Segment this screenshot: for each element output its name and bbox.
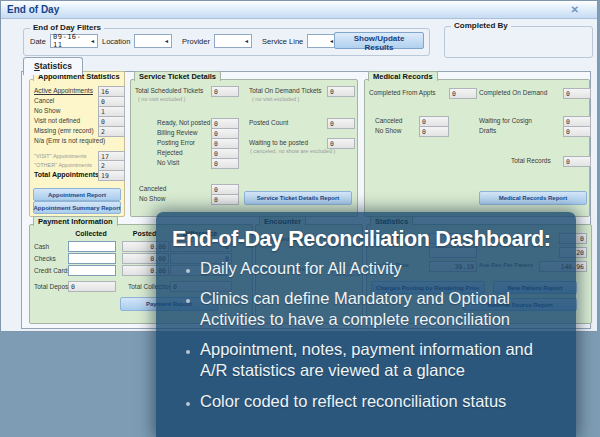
credit-cards-collected-input[interactable] [68,265,116,276]
active-appointments-link[interactable]: Active Appointments [34,87,93,94]
window-title: End of Day [7,4,59,15]
medical-records-title: Medical Records [368,71,438,81]
completed-on-demand-label: Completed On Demand [479,89,547,96]
appointment-summary-report-button[interactable]: Appointment Summary Report [33,201,121,214]
overlay-title: End-of-Day Reconciliation Dashboard: [172,227,568,252]
total-appointments-value: 19 [98,170,125,181]
appointment-report-button[interactable]: Appointment Report [33,188,121,201]
posted-count-label: Posted Count [249,119,288,126]
dropdown-arrow-icon[interactable]: ◄ [90,39,95,44]
credit-cards-label: Credit Cards [34,267,70,274]
rejected-label: Rejected [157,149,183,156]
service-ticket-details-panel: Service Ticket Details Total Scheduled T… [130,79,358,217]
completed-by-legend: Completed By [451,21,511,30]
medical-records-report-button[interactable]: Medical Records Report [479,191,587,205]
checks-label: Checks [34,255,56,262]
service-ticket-details-report-button[interactable]: Service Ticket Details Report [244,191,352,205]
posted-count-value: 0 [327,118,355,129]
screenshot-stage: End of Day ✕ End of Day Filters Date 09-… [0,0,600,437]
ondemand-note: ( no visit excluded ) [252,96,299,102]
window-titlebar: End of Day ✕ [1,1,597,19]
posting-error-label: Posting Error [157,139,195,146]
cash-collected-input[interactable] [68,241,116,252]
total-on-demand-tickets-value: 0 [327,86,355,97]
mr-no-show-label: No Show [375,127,401,134]
total-records-label: Total Records [511,157,551,164]
total-deposit-label: Total Deposit [34,283,72,290]
mr-no-show-value: 0 [419,126,449,137]
no-show-label: No Show [34,107,60,114]
missing-emr-value: 2 [98,126,125,137]
ready-not-posted-label: Ready, Not posted [157,119,210,126]
missing-emr-label: Missing (emr record) [34,127,94,134]
date-combo[interactable]: 09-16-11 ◄ [50,34,98,48]
appointment-statistics-panel: Appointment Statistics Active Appointmen… [29,79,125,217]
location-combo[interactable]: ◄ [134,34,172,48]
scheduled-note: ( no visit excluded ) [138,96,185,102]
billing-review-label: Billing Review [157,129,197,136]
overlay-bullet-list: Daily Account for All Activity Clinics c… [156,258,576,412]
payment-information-title: Payment Information [33,216,118,226]
drafts-value: 0 [563,126,591,137]
completed-by-group: Completed By [444,26,593,58]
service-ticket-details-title: Service Ticket Details [134,71,221,81]
tab-statistics[interactable]: Statistics [23,57,83,75]
overlay-bullet-2: Clinics can define Mandatory and Optiona… [200,288,550,330]
marketing-overlay: End-of-Day Reconciliation Dashboard: Dai… [156,212,576,437]
drafts-label: Drafts [479,127,496,134]
total-appointments-label: Total Appointments [34,171,99,178]
total-records-value: 0 [563,156,591,167]
total-scheduled-tickets-label: Total Scheduled Tickets [135,87,203,94]
waiting-to-be-posted-label: Waiting to be posted [249,139,308,146]
date-label: Date [30,37,46,46]
overlay-bullet-3: Appointment, notes, payment information … [200,339,550,381]
completed-from-appts-label: Completed From Appts [369,89,435,96]
service-line-combo[interactable]: ◄ [307,34,337,48]
show-update-results-button[interactable]: Show/Update Results [334,32,424,49]
total-deposit-value: 0 [68,281,116,292]
total-on-demand-tickets-label: Total On Demand Tickets [249,87,322,94]
no-show-bottom-label: No Show [139,195,165,202]
date-value: 09-16-11 [53,33,90,49]
provider-combo[interactable]: ◄ [214,34,252,48]
medical-records-panel: Medical Records Completed From Appts 0 C… [364,79,590,217]
dropdown-arrow-icon[interactable]: ◄ [164,39,169,44]
cash-label: Cash [34,243,49,250]
no-visit-label: No Visit [157,159,179,166]
checks-collected-input[interactable] [68,253,116,264]
total-scheduled-tickets-value: 0 [211,86,239,97]
filters-legend: End of Day Filters [30,23,104,32]
overlay-bullet-1: Daily Account for All Activity [200,258,550,279]
completed-on-demand-value: 0 [563,88,591,99]
filters-group: End of Day Filters Date 09-16-11 ◄ Locat… [23,28,430,56]
close-icon[interactable]: ✕ [571,4,579,15]
provider-label: Provider [182,37,210,46]
canceled-label: Canceled [139,185,166,192]
no-visit-value: 0 [211,158,239,169]
no-show-bottom-value: 0 [211,194,239,205]
cancel-label: Cancel [34,97,54,104]
overlay-bullet-4: Color coded to reflect reconciliation st… [200,391,550,412]
collected-header: Collected [68,230,114,237]
service-line-label: Service Line [262,37,303,46]
na-emr-label: N/a (Emr is not required) [34,137,105,144]
location-label: Location [102,37,130,46]
tab-label: tatistics [40,61,72,71]
mr-canceled-label: Canceled [375,117,402,124]
waiting-for-cosign-label: Waiting for Cosign [479,117,532,124]
completed-from-appts-value: 0 [449,88,477,99]
dropdown-arrow-icon[interactable]: ◄ [244,39,249,44]
visit-appointments-label: "VISIT" Appointments [34,153,87,159]
other-appointments-label: "OTHER" Appointments [34,162,92,168]
waiting-note: ( canceled, no show are excluded ) [250,148,335,154]
visit-not-defined-label: Visit not defined [34,117,80,124]
